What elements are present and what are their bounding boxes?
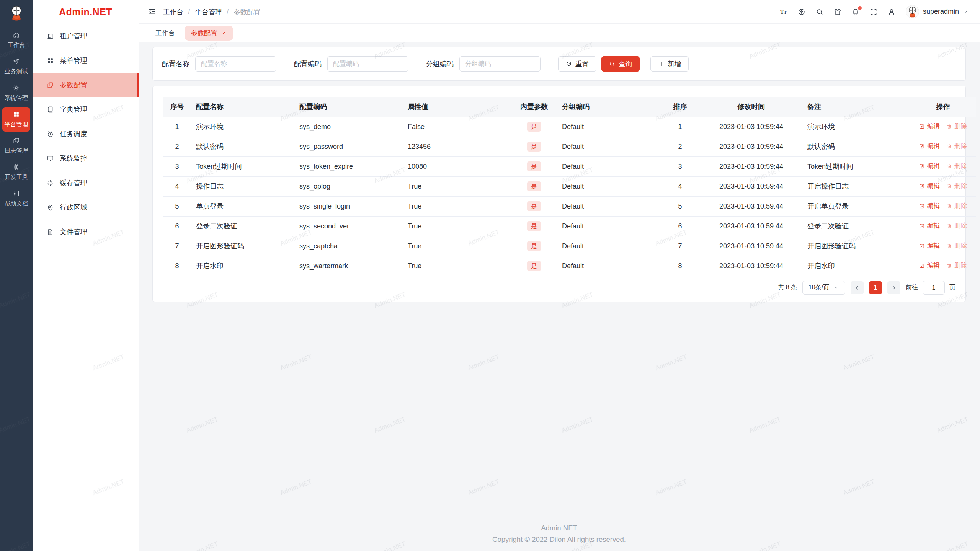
- send-icon: [13, 58, 20, 65]
- edit-button[interactable]: 编辑: [919, 202, 940, 210]
- rail-item-business-test[interactable]: 业务测试: [2, 54, 30, 79]
- tab-工作台[interactable]: 工作台: [149, 26, 181, 41]
- cell-index: 5: [163, 196, 191, 216]
- font-size-icon[interactable]: TT: [780, 8, 787, 16]
- sidebar-item-label: 任务调度: [60, 129, 87, 139]
- sidebar-item-dict-manage[interactable]: 字典管理: [33, 97, 139, 122]
- sidebar-item-menu-manage[interactable]: 菜单管理: [33, 48, 139, 73]
- cell-time: 2023-01-03 10:59:44: [700, 196, 803, 216]
- delete-button[interactable]: 删除: [946, 142, 967, 150]
- sidebar-item-label: 参数配置: [60, 80, 87, 90]
- cell-value: True: [403, 236, 511, 256]
- page-number-current[interactable]: 1: [869, 281, 882, 294]
- delete-button[interactable]: 删除: [946, 122, 967, 130]
- rail-item-label: 业务测试: [5, 68, 28, 76]
- builtin-tag: 是: [527, 241, 541, 251]
- table-row: 3Token过期时间sys_token_expire10080是Default3…: [163, 156, 976, 176]
- add-button[interactable]: 新增: [650, 56, 689, 72]
- delete-button[interactable]: 删除: [946, 222, 967, 230]
- monitor-icon: [47, 155, 54, 162]
- delete-button[interactable]: 删除: [946, 162, 967, 170]
- search-button-label: 查询: [619, 59, 632, 68]
- cell-group: Default: [557, 216, 660, 236]
- edit-button-label: 编辑: [927, 142, 940, 150]
- user-menu[interactable]: superadmin: [906, 5, 969, 18]
- next-page-button[interactable]: [887, 281, 900, 294]
- edit-icon: [919, 183, 925, 189]
- rail-item-workbench[interactable]: 工作台: [2, 28, 30, 52]
- cell-remark: 默认密码: [803, 137, 910, 156]
- sidebar-item-cache-manage[interactable]: 缓存管理: [33, 171, 139, 195]
- alarm-icon: [47, 130, 54, 138]
- search-icon[interactable]: [816, 8, 823, 16]
- search-button[interactable]: 查询: [601, 56, 640, 72]
- sidebar-item-system-monitor[interactable]: 系统监控: [33, 146, 139, 171]
- edit-button[interactable]: 编辑: [919, 182, 940, 190]
- delete-button[interactable]: 删除: [946, 202, 967, 210]
- rail-item-log-manage[interactable]: 日志管理: [2, 134, 30, 158]
- rail-item-help-docs[interactable]: 帮助文档: [2, 186, 30, 211]
- builtin-tag: 是: [527, 201, 541, 211]
- tab-bar: 工作台参数配置: [139, 24, 980, 42]
- column-header-index: 序号: [163, 97, 191, 117]
- group-code-input[interactable]: [459, 56, 541, 72]
- config-code-input[interactable]: [327, 56, 408, 72]
- goto-page-input[interactable]: [923, 281, 945, 295]
- prev-page-button[interactable]: [851, 281, 864, 294]
- theme-icon[interactable]: [834, 8, 841, 16]
- breadcrumb-item: 参数配置: [234, 7, 260, 16]
- page-content: 配置名称配置编码分组编码 重置 查询 新增: [139, 42, 980, 551]
- sidebar-item-tenant-manage[interactable]: 租户管理: [33, 24, 139, 48]
- edit-button[interactable]: 编辑: [919, 241, 940, 250]
- edit-button[interactable]: 编辑: [919, 222, 940, 230]
- sidebar-item-file-manage[interactable]: 文件管理: [33, 220, 139, 244]
- config-name-input[interactable]: [195, 56, 276, 72]
- primary-sidebar: 工作台业务测试系统管理平台管理日志管理开发工具帮助文档: [0, 0, 33, 551]
- cell-group: Default: [557, 176, 660, 196]
- edit-button[interactable]: 编辑: [919, 122, 940, 130]
- rail-item-system-manage[interactable]: 系统管理: [2, 81, 30, 105]
- edit-button-label: 编辑: [927, 241, 940, 250]
- delete-button[interactable]: 删除: [946, 182, 967, 190]
- edit-icon: [919, 243, 925, 249]
- rail-item-platform-manage[interactable]: 平台管理: [2, 107, 30, 132]
- delete-button[interactable]: 删除: [946, 241, 967, 250]
- notification-icon[interactable]: [852, 8, 859, 16]
- cell-time: 2023-01-03 10:59:44: [700, 137, 803, 156]
- column-header-sort: 排序: [660, 97, 700, 117]
- table-row: 8开启水印sys_wartermarkTrue是Default82023-01-…: [163, 256, 976, 276]
- edit-button-label: 编辑: [927, 122, 940, 130]
- tab-参数配置[interactable]: 参数配置: [185, 26, 233, 41]
- fullscreen-icon[interactable]: [870, 8, 877, 16]
- sidebar-item-label: 缓存管理: [60, 178, 87, 187]
- profile-icon[interactable]: [888, 8, 895, 16]
- reset-button[interactable]: 重置: [558, 56, 596, 72]
- cell-builtin: 是: [511, 236, 557, 256]
- page-size-select[interactable]: 10条/页: [802, 281, 845, 295]
- cell-name: 操作日志: [191, 176, 295, 196]
- notebook-icon: [13, 190, 20, 197]
- edit-button[interactable]: 编辑: [919, 162, 940, 170]
- cell-builtin: 是: [511, 256, 557, 276]
- breadcrumb-item[interactable]: 工作台: [163, 7, 183, 16]
- sidebar-item-label: 系统监控: [60, 154, 87, 163]
- rail-item-dev-tools[interactable]: 开发工具: [2, 160, 30, 184]
- secondary-sidebar-nav: 租户管理菜单管理参数配置字典管理任务调度系统监控缓存管理行政区域文件管理: [33, 24, 139, 244]
- close-icon[interactable]: [221, 30, 227, 36]
- trash-icon: [946, 243, 952, 249]
- sidebar-item-param-config[interactable]: 参数配置: [33, 73, 139, 97]
- breadcrumb-item[interactable]: 平台管理: [195, 7, 222, 16]
- builtin-tag: 是: [527, 261, 541, 271]
- edit-button[interactable]: 编辑: [919, 142, 940, 150]
- delete-button[interactable]: 删除: [946, 261, 967, 270]
- svg-text:T: T: [784, 10, 787, 14]
- sidebar-item-admin-region[interactable]: 行政区域: [33, 195, 139, 220]
- language-icon[interactable]: [798, 8, 805, 16]
- edit-button[interactable]: 编辑: [919, 261, 940, 270]
- cell-name: Token过期时间: [191, 156, 295, 176]
- table-card: 序号配置名称配置编码属性值内置参数分组编码排序修改时间备注操作 1演示环境sys…: [152, 86, 966, 302]
- menu-fold-icon[interactable]: [148, 8, 156, 16]
- sidebar-item-task-schedule[interactable]: 任务调度: [33, 122, 139, 146]
- cell-code: sys_wartermark: [295, 256, 403, 276]
- svg-text:T: T: [780, 8, 784, 15]
